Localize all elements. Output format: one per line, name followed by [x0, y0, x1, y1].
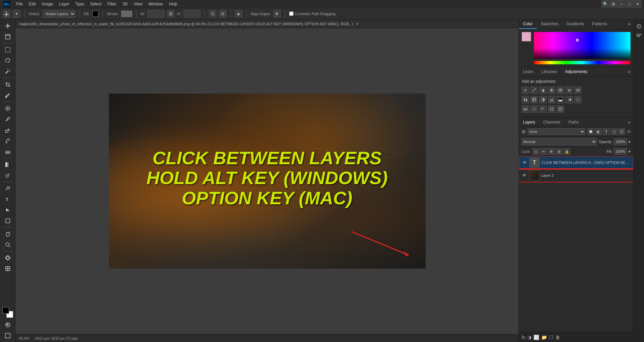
search-icon[interactable]: 🔍	[602, 0, 609, 8]
clone-stamp-tool[interactable]	[2, 125, 13, 135]
mask-icon[interactable]: ⬜	[533, 335, 539, 340]
fill-arrow[interactable]: ▾	[628, 149, 631, 154]
menu-view[interactable]: View	[131, 1, 145, 7]
hue-slider[interactable]	[534, 61, 631, 64]
color-balance-adj-icon[interactable]: ⊕	[565, 87, 573, 94]
filter-shape-icon[interactable]: ◻	[611, 128, 617, 135]
lock-all-icon[interactable]: 🔒	[563, 148, 570, 155]
menu-layer[interactable]: Layer	[56, 1, 72, 7]
filter-pixel-icon[interactable]	[587, 128, 594, 135]
menu-image[interactable]: Image	[39, 1, 56, 7]
blend-mode-select[interactable]: Normal	[522, 138, 597, 145]
active-layers-select[interactable]: Active Layers All Layers None	[43, 10, 75, 18]
tab-libraries[interactable]: Libraries	[538, 67, 561, 76]
constrain-label[interactable]: Constrain Path Dragging	[289, 11, 335, 16]
layer-visibility-eye-2[interactable]: 👁	[522, 173, 527, 178]
exposure-adj-icon[interactable]: ◑	[539, 87, 547, 94]
menu-window[interactable]: Window	[146, 1, 166, 7]
filter-smart-obj-icon[interactable]	[618, 128, 625, 135]
brightness-adj-icon[interactable]: ☀	[522, 87, 529, 94]
tab-color[interactable]: Color	[519, 20, 537, 29]
hsl-adj-icon[interactable]	[557, 87, 564, 94]
magic-wand-tool[interactable]	[2, 66, 13, 76]
3d-rotate-tool[interactable]	[2, 253, 13, 263]
zoom-tool[interactable]	[2, 240, 13, 250]
settings-icon[interactable]: ⚙	[273, 10, 281, 18]
foreground-color-swatch[interactable]	[2, 307, 9, 314]
menu-edit[interactable]: Edit	[26, 1, 38, 7]
text-tool[interactable]: T	[2, 194, 13, 204]
panel-expand-icon[interactable]: ▸	[626, 20, 633, 29]
fg-bg-colors[interactable]	[2, 307, 13, 318]
spectrum-cursor[interactable]	[576, 39, 579, 41]
menu-3d[interactable]: 3D	[120, 1, 130, 7]
minimize-icon[interactable]: ─	[618, 0, 625, 8]
filter-kind-select[interactable]: Kind	[528, 128, 585, 135]
curves-adj-icon[interactable]	[530, 87, 538, 94]
history-brush-tool[interactable]	[2, 136, 13, 146]
delete-layer-icon[interactable]: 🗑	[555, 335, 560, 340]
layer-visibility-eye[interactable]: 👁	[522, 160, 527, 165]
adjustment-layer-icon[interactable]: ◑	[527, 335, 531, 340]
document-tab[interactable]: majkinio69_ultrarealistic_photo_of_refle…	[16, 20, 519, 28]
healing-brush-tool[interactable]	[2, 103, 13, 113]
layers-panel-expand-icon[interactable]: ▸	[626, 118, 633, 127]
selective-color-adj-icon[interactable]: ⬡	[574, 96, 582, 103]
vibrance-adj-icon[interactable]	[548, 87, 555, 94]
tab-layers[interactable]: Layers	[519, 118, 539, 127]
pen-tool[interactable]	[2, 183, 13, 194]
arrange-icon[interactable]: ⊞	[610, 0, 617, 8]
tab-adjustments[interactable]: Adjustments	[561, 67, 591, 76]
menu-help[interactable]: Help	[166, 1, 180, 7]
quick-mask-mode[interactable]	[2, 320, 13, 330]
brush-tool[interactable]	[2, 114, 13, 124]
transform-icon[interactable]: ⊡	[209, 10, 216, 18]
constrain-checkbox[interactable]	[289, 11, 294, 16]
lasso-tool[interactable]	[2, 56, 13, 66]
crop-tool[interactable]	[2, 79, 13, 90]
tab-gradients[interactable]: Gradients	[562, 20, 588, 29]
hdr-adj-icon[interactable]	[557, 105, 564, 113]
gradient-fill-adj-icon[interactable]	[539, 105, 547, 113]
stroke-color-swatch[interactable]	[121, 11, 132, 17]
layer-item[interactable]: 👁 Layer 2	[519, 169, 633, 182]
channel-mixer-adj-icon[interactable]	[522, 96, 529, 103]
menu-filter[interactable]: Filter	[105, 1, 119, 7]
link-icon[interactable]: ⛓	[167, 10, 175, 18]
menu-file[interactable]: File	[13, 1, 25, 7]
gradient-tool[interactable]	[2, 160, 13, 170]
adj-panel-expand-icon[interactable]: ▸	[626, 67, 633, 76]
tab-paths[interactable]: Paths	[564, 118, 583, 127]
new-layer-icon[interactable]: ☐	[549, 335, 553, 340]
invert-adj-icon[interactable]	[539, 96, 547, 103]
canvas-scroll-area[interactable]: CLICK BETWEEN LAYERS HOLD ALT KEY (WINDO…	[16, 28, 519, 334]
lock-image-icon[interactable]: ✏	[540, 148, 547, 155]
opacity-input[interactable]	[614, 138, 627, 145]
distribute-icon[interactable]: ◈	[235, 10, 242, 18]
lock-artboards-icon[interactable]: ⊞	[556, 148, 562, 155]
height-input[interactable]	[184, 10, 201, 18]
filter-type-icon[interactable]: T	[603, 128, 610, 135]
close-icon[interactable]: ✕	[634, 0, 641, 8]
fill-input[interactable]	[614, 148, 627, 155]
fill-color-swatch[interactable]	[92, 11, 98, 17]
filter-adjustment-icon[interactable]: ◐	[595, 128, 602, 135]
document-tab-close[interactable]: ✕	[355, 21, 359, 27]
posterize-adj-icon[interactable]	[548, 96, 555, 103]
eyedropper-tool[interactable]	[2, 90, 13, 100]
threshold-adj-icon[interactable]	[557, 96, 564, 103]
color-preview-swatch[interactable]	[522, 32, 531, 41]
photo-filter-adj-icon[interactable]	[574, 87, 582, 94]
shape-tool[interactable]	[2, 216, 13, 226]
fx-icon[interactable]: fx	[522, 335, 525, 340]
lock-transparency-icon[interactable]: ⊡	[532, 148, 539, 155]
filter-toggle-dot[interactable]	[627, 130, 631, 133]
marquee-tool[interactable]	[2, 45, 13, 55]
screen-mode[interactable]	[2, 331, 13, 341]
move-tool[interactable]	[2, 21, 13, 31]
menu-select[interactable]: Select	[87, 1, 104, 7]
color-panel-icon[interactable]	[635, 22, 643, 30]
menu-type[interactable]: Type	[72, 1, 87, 7]
properties-panel-icon[interactable]	[635, 32, 643, 40]
3d-pan-tool[interactable]	[2, 264, 13, 274]
